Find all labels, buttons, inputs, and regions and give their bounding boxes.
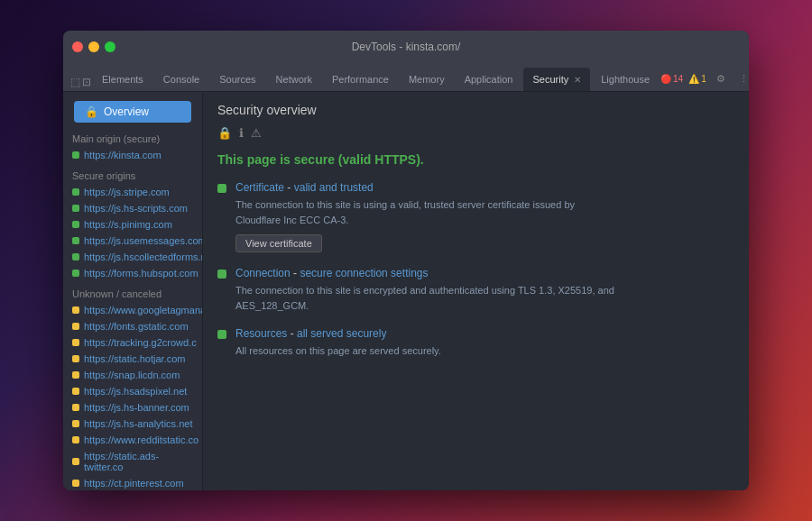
sidebar-main-origin[interactable]: https://kinsta.com bbox=[63, 147, 202, 163]
sidebar-origin-pinterest[interactable]: https://ct.pinterest.com bbox=[63, 475, 202, 490]
sidebar-origin-hubspot[interactable]: https://forms.hubspot.com bbox=[63, 265, 202, 281]
error-count: 14 bbox=[673, 74, 683, 84]
close-button[interactable] bbox=[72, 41, 83, 52]
sidebar-origin-ads-twitter[interactable]: https://static.ads-twitter.co bbox=[63, 448, 202, 475]
sidebar-origin-hsadspixel[interactable]: https://js.hsadspixel.net bbox=[63, 383, 202, 399]
sidebar-origin-hotjar[interactable]: https://static.hotjar.com bbox=[63, 351, 202, 367]
origin-dot-yellow bbox=[72, 480, 79, 487]
devtools-icon[interactable]: ⬚ bbox=[70, 73, 80, 91]
sidebar-origin-usemessages[interactable]: https://js.usemessages.com bbox=[63, 233, 202, 249]
certificate-content: Certificate - valid and trusted The conn… bbox=[235, 181, 614, 252]
error-badge: 🔴 14 bbox=[660, 74, 683, 84]
sidebar-origin-googletagmanager[interactable]: https://www.googletagmana bbox=[63, 302, 202, 318]
warning-badge: ⚠️ 1 bbox=[688, 74, 706, 84]
secure-origins-label: Secure origins bbox=[63, 163, 202, 184]
sidebar-origin-hscollected[interactable]: https://js.hscollectedforms.n bbox=[63, 249, 202, 265]
tab-sources[interactable]: Sources bbox=[210, 68, 264, 91]
sidebar-origin-reddit[interactable]: https://www.redditstatic.co bbox=[63, 432, 202, 448]
origin-dot bbox=[72, 221, 79, 228]
origin-dot bbox=[72, 270, 79, 277]
minimize-button[interactable] bbox=[88, 41, 99, 52]
tab-close-icon[interactable]: ✕ bbox=[574, 75, 581, 85]
settings-icon[interactable]: ⚙ bbox=[712, 69, 730, 87]
sidebar: 🔒 Overview Main origin (secure) https://… bbox=[63, 92, 203, 490]
sidebar-origin-linkedin[interactable]: https://snap.licdn.com bbox=[63, 367, 202, 383]
tab-lighthouse[interactable]: Lighthouse bbox=[592, 68, 659, 91]
sidebar-origin-hs-analytics[interactable]: https://js.hs-analytics.net bbox=[63, 416, 202, 432]
origin-dot bbox=[72, 205, 79, 212]
origin-dot bbox=[72, 188, 79, 196]
origin-dot-yellow bbox=[72, 388, 79, 395]
sidebar-origin-hs-banner[interactable]: https://js.hs-banner.com bbox=[63, 399, 202, 416]
section-dot-connection bbox=[217, 270, 226, 279]
warning-icon: ⚠️ bbox=[688, 74, 699, 84]
origin-dot-yellow bbox=[72, 458, 79, 465]
lock-icon: 🔒 bbox=[85, 105, 98, 118]
tab-console[interactable]: Console bbox=[154, 68, 208, 91]
connection-link[interactable]: secure connection settings bbox=[300, 267, 428, 279]
connection-section: Connection - secure connection settings … bbox=[217, 267, 734, 313]
sidebar-origin-stripe[interactable]: https://js.stripe.com bbox=[63, 184, 202, 200]
origin-dot-yellow bbox=[72, 306, 79, 314]
origin-dot-yellow bbox=[72, 339, 79, 346]
resources-title: Resources - all served securely bbox=[235, 327, 441, 340]
resources-link[interactable]: all served securely bbox=[297, 327, 386, 340]
secure-message: This page is secure (valid HTTPS). bbox=[217, 152, 734, 167]
origin-dot-yellow bbox=[72, 323, 79, 330]
warning-count: 1 bbox=[701, 74, 706, 84]
warning-panel-icon[interactable]: ⚠ bbox=[251, 126, 262, 140]
certificate-link[interactable]: valid and trusted bbox=[294, 181, 374, 194]
resources-body: All resources on this page are served se… bbox=[235, 343, 441, 359]
connection-body: The connection to this site is encrypted… bbox=[235, 283, 614, 313]
more-options-icon[interactable]: ⋮ bbox=[735, 69, 749, 87]
info-panel-icon[interactable]: ℹ bbox=[239, 126, 244, 140]
origin-dot bbox=[72, 253, 79, 260]
tab-elements[interactable]: Elements bbox=[93, 68, 152, 91]
origin-dot-yellow bbox=[72, 355, 79, 362]
sidebar-origin-g2crowd[interactable]: https://tracking.g2crowd.c bbox=[63, 334, 202, 351]
tab-network[interactable]: Network bbox=[267, 68, 321, 91]
origin-dot-yellow bbox=[72, 420, 79, 427]
tab-bar: ⬚ ⊡ Elements Console Sources Network Per… bbox=[63, 63, 749, 92]
main-origin-label: Main origin (secure) bbox=[63, 126, 202, 147]
sidebar-item-overview[interactable]: 🔒 Overview bbox=[74, 101, 191, 123]
tab-bar-right: 🔴 14 ⚠️ 1 ⚙ ⋮ bbox=[660, 69, 749, 91]
certificate-body: The connection to this site is using a v… bbox=[235, 197, 614, 227]
inspect-icon[interactable]: ⊡ bbox=[82, 73, 91, 91]
sidebar-origin-fonts-gstatic[interactable]: https://fonts.gstatic.com bbox=[63, 318, 202, 334]
origin-dot-yellow bbox=[72, 371, 79, 379]
view-certificate-button[interactable]: View certificate bbox=[235, 234, 322, 252]
sidebar-origin-pinimg[interactable]: https://s.pinimg.com bbox=[63, 216, 202, 233]
main-content: 🔒 Overview Main origin (secure) https://… bbox=[63, 92, 749, 490]
tab-memory[interactable]: Memory bbox=[400, 68, 454, 91]
security-panel: Security overview 🔒 ℹ ⚠ This page is sec… bbox=[203, 92, 749, 490]
devtools-window: DevTools - kinsta.com/ ⬚ ⊡ Elements Cons… bbox=[63, 31, 749, 490]
window-title: DevTools - kinsta.com/ bbox=[352, 41, 461, 53]
tab-performance[interactable]: Performance bbox=[323, 68, 398, 91]
unknown-origins-label: Unknown / canceled bbox=[63, 281, 202, 302]
maximize-button[interactable] bbox=[105, 41, 115, 52]
sidebar-origin-hs-scripts[interactable]: https://js.hs-scripts.com bbox=[63, 200, 202, 216]
resources-section: Resources - all served securely All reso… bbox=[217, 327, 734, 359]
origin-dot-green bbox=[72, 151, 79, 159]
certificate-section: Certificate - valid and trusted The conn… bbox=[217, 181, 734, 252]
lock-panel-icon: 🔒 bbox=[217, 126, 232, 140]
connection-content: Connection - secure connection settings … bbox=[235, 267, 614, 313]
tab-security[interactable]: Security ✕ bbox=[523, 68, 590, 91]
section-dot-resources bbox=[217, 330, 226, 339]
origin-dot-yellow bbox=[72, 404, 79, 411]
traffic-lights bbox=[72, 41, 115, 52]
certificate-title: Certificate - valid and trusted bbox=[235, 181, 614, 194]
origin-dot bbox=[72, 237, 79, 244]
connection-title: Connection - secure connection settings bbox=[235, 267, 614, 279]
panel-title: Security overview bbox=[217, 103, 734, 117]
error-icon: 🔴 bbox=[660, 74, 671, 84]
origin-dot-yellow bbox=[72, 436, 79, 443]
resources-content: Resources - all served securely All reso… bbox=[235, 327, 441, 359]
title-bar: DevTools - kinsta.com/ bbox=[63, 31, 749, 63]
section-dot-certificate bbox=[217, 184, 226, 193]
panel-icons: 🔒 ℹ ⚠ bbox=[217, 126, 734, 140]
tab-application[interactable]: Application bbox=[456, 68, 522, 91]
